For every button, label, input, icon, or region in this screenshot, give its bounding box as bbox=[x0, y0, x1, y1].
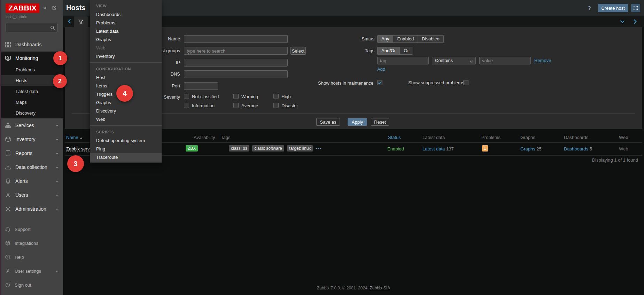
menu-item-detect-os[interactable]: Detect operating system bbox=[90, 137, 162, 145]
fullscreen-button[interactable] bbox=[631, 4, 640, 12]
collapse-sidebar-icon[interactable]: « bbox=[43, 4, 46, 11]
sidebar-item-services[interactable]: Services bbox=[0, 118, 63, 132]
status-disabled-option[interactable]: Disabled bbox=[418, 36, 443, 42]
menu-item-latest-data[interactable]: Latest data bbox=[90, 27, 162, 36]
sidebar-item-help[interactable]: ? Help bbox=[0, 250, 63, 264]
severity-not-classified-checkbox[interactable] bbox=[184, 94, 189, 99]
latest-data-link[interactable]: Latest data bbox=[422, 146, 445, 152]
tags-or-option[interactable]: Or bbox=[400, 47, 412, 54]
suppressed-checkbox[interactable] bbox=[463, 80, 468, 85]
sidebar-item-label: Reports bbox=[15, 150, 32, 156]
column-header-status[interactable]: Status bbox=[388, 134, 401, 141]
menu-item-config-web[interactable]: Web bbox=[90, 115, 162, 124]
menu-item-ping[interactable]: Ping bbox=[90, 145, 162, 153]
severity-disaster-checkbox[interactable] bbox=[273, 103, 279, 108]
chevron-down-icon bbox=[55, 207, 59, 211]
dashboards-link[interactable]: Dashboards bbox=[564, 146, 588, 152]
sidebar-item-label: User settings bbox=[15, 269, 41, 274]
sidebar-item-support[interactable]: Support bbox=[0, 222, 63, 236]
collapse-filter-icon[interactable] bbox=[619, 18, 626, 26]
sidebar-item-dashboards[interactable]: Dashboards bbox=[0, 38, 63, 52]
apply-button[interactable]: Apply bbox=[348, 118, 367, 126]
host-name[interactable]: Zabbix server bbox=[66, 146, 94, 152]
sidebar-item-alerts[interactable]: Alerts bbox=[0, 174, 63, 188]
name-input[interactable] bbox=[184, 35, 288, 43]
chevron-down-icon bbox=[55, 269, 59, 273]
severity-average-checkbox[interactable] bbox=[233, 103, 239, 108]
tag-operator-select[interactable]: Contains bbox=[432, 57, 476, 64]
more-tags-button[interactable]: ••• bbox=[316, 146, 322, 151]
sidebar-item-reports[interactable]: Reports bbox=[0, 146, 63, 160]
menu-divider bbox=[90, 62, 162, 63]
filter-tab[interactable] bbox=[74, 16, 88, 27]
menu-divider bbox=[90, 125, 162, 126]
tag-value-input[interactable] bbox=[479, 57, 531, 64]
tag-add-link[interactable]: Add bbox=[377, 67, 385, 72]
menu-item-problems[interactable]: Problems bbox=[90, 19, 162, 27]
sidebar-item-data-collection[interactable]: Data collection bbox=[0, 160, 63, 174]
ip-input[interactable] bbox=[184, 59, 288, 67]
graphs-link[interactable]: Graphs bbox=[520, 146, 535, 152]
graphs-cell: Graphs 25 bbox=[520, 146, 542, 153]
sidebar-subitem-latest-data[interactable]: Latest data bbox=[0, 86, 63, 97]
next-page-icon[interactable] bbox=[632, 18, 638, 26]
tag-name-input[interactable] bbox=[377, 57, 429, 64]
undock-sidebar-icon[interactable] bbox=[52, 5, 57, 12]
host-groups-input[interactable] bbox=[184, 47, 288, 55]
severity-warning-checkbox[interactable] bbox=[233, 94, 239, 99]
menu-item-host[interactable]: Host bbox=[90, 73, 162, 82]
sidebar-item-users[interactable]: Users bbox=[0, 188, 63, 202]
chevron-right-icon bbox=[632, 18, 638, 25]
sidebar-subitem-discovery[interactable]: Discovery bbox=[0, 108, 63, 118]
tag-remove-link[interactable]: Remove bbox=[534, 58, 551, 63]
sidebar-item-label: Data collection bbox=[15, 164, 47, 170]
tag-chip[interactable]: class: software bbox=[252, 145, 284, 152]
create-host-button[interactable]: Create host bbox=[598, 4, 628, 12]
sidebar-item-label: Integrations bbox=[15, 241, 38, 246]
problem-count-badge[interactable]: 1 bbox=[482, 145, 488, 152]
reset-button[interactable]: Reset bbox=[371, 118, 389, 126]
host-status[interactable]: Enabled bbox=[387, 146, 404, 153]
menu-item-inventory[interactable]: Inventory bbox=[90, 52, 162, 61]
users-icon bbox=[5, 192, 11, 198]
zbx-availability-badge[interactable]: ZBX bbox=[186, 145, 198, 152]
tag-chip[interactable]: target: linux bbox=[287, 145, 313, 152]
tag-chip[interactable]: class: os bbox=[229, 145, 249, 152]
severity-high-checkbox[interactable] bbox=[273, 94, 279, 99]
port-input[interactable] bbox=[184, 82, 218, 90]
sidebar-item-administration[interactable]: Administration bbox=[0, 202, 63, 216]
sidebar-subitem-maps[interactable]: Maps bbox=[0, 97, 63, 108]
status-enabled-option[interactable]: Enabled bbox=[393, 36, 418, 42]
footer-zabbix-sia-link[interactable]: Zabbix SIA bbox=[370, 286, 390, 290]
save-as-button[interactable]: Save as bbox=[316, 118, 340, 126]
zabbix-logo[interactable]: ZABBIX bbox=[6, 3, 39, 13]
sidebar-item-label: Alerts bbox=[15, 178, 28, 184]
tags-andor-option[interactable]: And/Or bbox=[378, 47, 400, 54]
severity-information-checkbox[interactable] bbox=[184, 103, 189, 108]
dns-input[interactable] bbox=[184, 70, 288, 78]
host-name-link[interactable]: Zabbix server bbox=[66, 146, 94, 153]
sidebar-search bbox=[6, 23, 57, 32]
sidebar-item-inventory[interactable]: Inventory bbox=[0, 132, 63, 146]
menu-item-dashboards[interactable]: Dashboards bbox=[90, 10, 162, 19]
maintenance-checkbox[interactable] bbox=[377, 80, 382, 85]
menu-item-traceroute[interactable]: Traceroute bbox=[90, 153, 162, 162]
help-icon[interactable]: ? bbox=[586, 4, 593, 12]
sidebar-subitem-problems[interactable]: Problems bbox=[0, 64, 63, 75]
monitoring-icon bbox=[5, 55, 11, 61]
sidebar-item-user-settings[interactable]: User settings bbox=[0, 264, 63, 278]
search-input[interactable] bbox=[6, 23, 48, 32]
sign-out-power-icon bbox=[5, 282, 10, 288]
menu-item-discovery[interactable]: Discovery bbox=[90, 107, 162, 115]
menu-item-graphs[interactable]: Graphs bbox=[90, 36, 162, 44]
administration-gear-icon bbox=[5, 206, 11, 212]
sidebar-item-label: Services bbox=[15, 123, 34, 128]
sidebar-item-sign-out[interactable]: Sign out bbox=[0, 278, 63, 292]
sidebar: ZABBIX « local_zabbix Dashboards Monitor… bbox=[0, 0, 63, 295]
context-menu-section-title: SCRIPTS bbox=[90, 127, 162, 137]
collapse-filter-left-icon[interactable] bbox=[67, 18, 73, 25]
sidebar-item-integrations[interactable]: Integrations bbox=[0, 236, 63, 250]
column-header-name[interactable]: Name ▲ bbox=[66, 134, 83, 141]
status-any-option[interactable]: Any bbox=[378, 36, 393, 42]
select-button[interactable]: Select bbox=[290, 47, 306, 55]
